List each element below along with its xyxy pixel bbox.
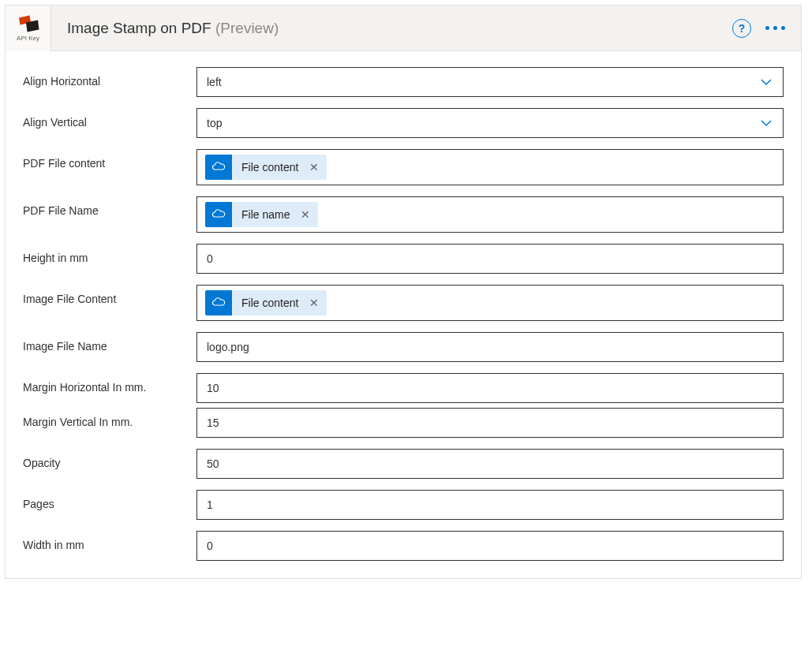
input-opacity[interactable]: 50 [196,449,784,479]
field-pdf-name: PDF File Name File name ✕ [23,196,784,233]
card-title-suffix: (Preview) [215,20,279,36]
dynamic-token[interactable]: File content ✕ [205,155,327,180]
input-image-name[interactable]: logo.png [196,332,784,362]
input-width[interactable]: 0 [196,531,784,561]
more-menu-icon[interactable] [765,26,785,30]
label-pages: Pages [23,490,196,512]
input-image-content[interactable]: File content ✕ [196,285,784,321]
help-icon[interactable]: ? [732,19,751,38]
select-align-vertical[interactable]: top [196,108,784,138]
onedrive-icon [205,202,232,227]
label-image-content: Image File Content [23,285,196,307]
field-margin-vertical: Margin Vertical In mm. 15 [23,408,784,438]
input-pages[interactable]: 1 [196,490,784,520]
label-height: Height in mm [23,244,196,266]
pdf-stamp-icon [17,14,40,33]
input-height[interactable]: 0 [196,244,784,274]
field-align-vertical: Align Vertical top [23,108,784,138]
card-body: Align Horizontal left Align Vertical top [6,51,801,578]
field-height: Height in mm 0 [23,244,784,274]
dynamic-token[interactable]: File content ✕ [205,290,327,315]
select-align-horizontal[interactable]: left [196,67,784,97]
field-margin-horizontal: Margin Horizontal In mm. 10 [23,373,784,403]
select-value: top [207,117,222,129]
label-width: Width in mm [23,531,196,553]
input-pdf-name[interactable]: File name ✕ [196,196,784,233]
select-value: left [207,76,222,88]
token-label: File content [232,297,306,309]
chevron-down-icon [759,75,773,89]
header-actions: ? [732,19,801,38]
field-align-horizontal: Align Horizontal left [23,67,784,97]
card-title-text: Image Stamp on PDF [67,20,211,36]
label-align-vertical: Align Vertical [23,108,196,130]
field-image-name: Image File Name logo.png [23,332,784,362]
label-margin-vertical: Margin Vertical In mm. [23,408,196,430]
onedrive-icon [205,155,232,180]
token-remove-icon[interactable]: ✕ [297,209,318,220]
dynamic-token[interactable]: File name ✕ [205,202,318,227]
input-margin-horizontal[interactable]: 10 [196,373,784,403]
label-margin-horizontal: Margin Horizontal In mm. [23,373,196,395]
field-opacity: Opacity 50 [23,449,784,479]
chevron-down-icon [759,116,773,130]
token-remove-icon[interactable]: ✕ [306,162,327,173]
token-remove-icon[interactable]: ✕ [306,297,327,308]
card-title: Image Stamp on PDF (Preview) [51,20,732,37]
connector-logo-caption: API Key [17,35,39,42]
action-card: API Key Image Stamp on PDF (Preview) ? A… [5,5,802,579]
label-opacity: Opacity [23,449,196,471]
field-pdf-content: PDF File content File content ✕ [23,149,784,185]
label-pdf-content: PDF File content [23,149,196,171]
input-margin-vertical[interactable]: 15 [196,408,784,438]
token-label: File name [232,208,297,221]
card-header: API Key Image Stamp on PDF (Preview) ? [6,6,801,51]
token-label: File content [232,161,306,174]
label-align-horizontal: Align Horizontal [23,67,196,89]
field-image-content: Image File Content File content ✕ [23,285,784,321]
connector-logo: API Key [6,6,51,51]
label-pdf-name: PDF File Name [23,196,196,218]
field-pages: Pages 1 [23,490,784,520]
onedrive-icon [205,290,232,315]
field-width: Width in mm 0 [23,531,784,561]
label-image-name: Image File Name [23,332,196,354]
input-pdf-content[interactable]: File content ✕ [196,149,784,185]
